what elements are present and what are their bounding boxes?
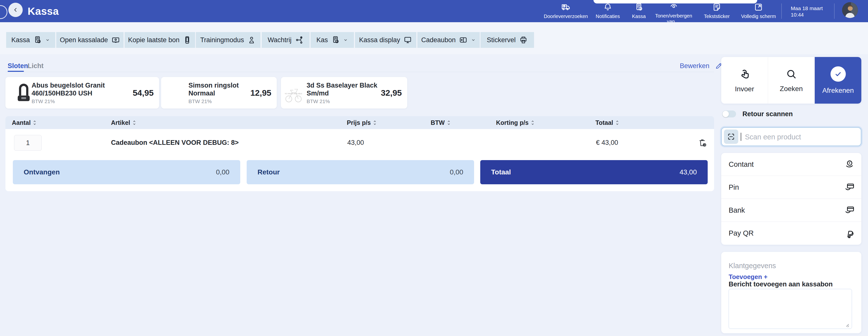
nav-label: Kassa <box>632 13 646 19</box>
svg-text:NO IMAGE AVAILABLE: NO IMAGE AVAILABLE <box>285 93 302 94</box>
tap-icon <box>738 68 751 80</box>
toolbar-button-label: Open kassalade <box>60 36 108 44</box>
scan-input[interactable] <box>744 128 861 146</box>
totals-bar: Ontvangen 0,00 Retour 0,00 Totaal 43,00 <box>5 160 714 184</box>
total-value: 43,00 <box>680 160 697 184</box>
chevron-down-icon <box>471 37 476 42</box>
received-value: 0,00 <box>216 160 230 184</box>
return-box: Retour 0,00 <box>247 160 474 184</box>
payment-pay-qr[interactable]: Pay QR <box>721 222 861 245</box>
chevron-left-icon <box>12 7 19 13</box>
column-header-korting[interactable]: Korting p/s <box>496 116 534 129</box>
tab-licht[interactable]: Licht <box>28 62 44 70</box>
product-card[interactable]: NO IMAGE AVAILABLE 3d Ss Baselayer Black… <box>281 77 407 109</box>
toolbar-button-cadeaubon[interactable]: Cadeaubon <box>417 32 480 48</box>
page-title: Kassa <box>28 5 59 17</box>
checkout-mode-tabs: Invoer Zoeken Afrekenen <box>721 57 861 103</box>
bell-icon <box>603 2 613 12</box>
tab-label: Invoer <box>735 85 754 93</box>
column-header-btw[interactable]: BTW <box>431 116 451 129</box>
toolbar-button-stickervel[interactable]: Stickervel <box>480 32 534 48</box>
delete-row-button[interactable] <box>698 138 707 148</box>
sort-icon <box>33 119 36 126</box>
column-header-artikel[interactable]: Artikel <box>111 116 136 129</box>
toolbar-button-kassa[interactable]: Kassa <box>6 32 55 48</box>
pos-terminal-icon <box>33 35 42 44</box>
nav-kassa[interactable]: Kassa <box>625 2 652 19</box>
partial-circle-decoration <box>0 5 7 19</box>
nav-notificaties[interactable]: Notificaties <box>589 2 626 19</box>
scan-product-field <box>721 127 861 146</box>
tab-invoer[interactable]: Invoer <box>721 57 768 103</box>
paypal-icon <box>844 228 855 239</box>
toolbar-button-kas[interactable]: Kas <box>311 32 354 48</box>
toolbar: Kassa Open kassalade Kopie laatste bon T… <box>0 22 868 54</box>
toolbar-button-open-kassalade[interactable]: Open kassalade <box>56 32 124 48</box>
product-card[interactable]: Abus beugelslot Granit 460/150HB230 USH … <box>5 77 159 109</box>
search-icon <box>785 68 797 80</box>
customer-title: Klantgegevens <box>728 262 776 270</box>
nav-volledig-scherm[interactable]: Volledig scherm <box>738 2 779 19</box>
order-table-body: 1 Cadeaubon <ALLEEN VOOR DEBUG: 8> 43,00… <box>5 129 714 191</box>
order-table-header: Aantal Artikel Prijs p/s BTW Korting p/s… <box>5 116 714 129</box>
product-name: Abus beugelslot Granit 460/150HB230 USH <box>32 82 130 97</box>
toolbar-button-kassa-display[interactable]: Kassa display <box>355 32 416 48</box>
receipt-phone-icon <box>183 35 192 44</box>
edit-button[interactable]: Bewerken <box>680 62 723 70</box>
add-customer-link[interactable]: Toevoegen + <box>728 273 768 281</box>
text-caret <box>741 133 741 141</box>
cash-coin-icon <box>844 159 855 170</box>
avatar[interactable] <box>842 2 858 18</box>
payment-bank[interactable]: Bank <box>721 199 861 222</box>
receipt-message-textarea[interactable] <box>728 289 852 329</box>
gift-card-icon <box>459 35 468 44</box>
toolbar-button-kopie-laatste-bon[interactable]: Kopie laatste bon <box>125 32 195 48</box>
received-label: Ontvangen <box>24 160 60 184</box>
payment-label: Pin <box>728 183 739 191</box>
column-header-totaal[interactable]: Totaal <box>595 116 619 129</box>
product-price: 54,95 <box>133 77 154 109</box>
column-header-aantal[interactable]: Aantal <box>12 116 36 129</box>
datetime-display: Maa 18 maart 10:44 <box>791 5 823 18</box>
quantity-input[interactable]: 1 <box>14 135 42 151</box>
toolbar-button-label: Cadeaubon <box>421 36 456 44</box>
eye-icon <box>669 1 679 11</box>
tab-zoeken[interactable]: Zoeken <box>768 57 815 103</box>
total-cell: € 43,00 <box>596 129 618 156</box>
column-header-prijs[interactable]: Prijs p/s <box>347 116 377 129</box>
product-image-placeholder: NO IMAGE AVAILABLE <box>284 81 303 105</box>
toolbar-button-label: Trainingmodus <box>200 36 244 44</box>
monitor-icon <box>403 35 412 44</box>
pos-terminal-icon <box>634 2 644 12</box>
back-button[interactable] <box>8 3 23 17</box>
product-price: 32,95 <box>381 77 402 109</box>
product-card[interactable]: Simson ringslot Normaal BTW 21% 12,95 <box>161 77 277 109</box>
nav-label: Tekststicker <box>704 13 730 19</box>
toolbar-button-label: Kopie laatste bon <box>128 36 180 44</box>
toolbar-button-trainingmodus[interactable]: Trainingmodus <box>196 32 260 48</box>
card-hand-icon <box>844 205 855 215</box>
payment-contant[interactable]: Contant <box>721 153 861 176</box>
header-divider <box>781 3 782 19</box>
person-icon <box>247 35 256 44</box>
cash-drawer-icon <box>111 35 120 44</box>
top-bar: Kassa Doorleververzoeken Notificaties Ka… <box>0 0 868 22</box>
tab-sloten[interactable]: Sloten <box>8 62 28 70</box>
tabs-divider-line <box>5 72 714 72</box>
nav-label: Notificaties <box>596 13 620 19</box>
sort-icon <box>447 119 451 126</box>
toolbar-button-label: Wachtrij <box>268 36 291 44</box>
card-hand-icon <box>844 182 855 192</box>
return-scan-label: Retour scannen <box>742 111 793 117</box>
nav-tekststicker[interactable]: Tekststicker <box>697 2 737 19</box>
toolbar-button-wachtrij[interactable]: Wachtrij <box>262 32 310 48</box>
nav-tonen-verbergen[interactable]: Tonen/verbergen van ... <box>651 1 696 24</box>
payment-methods: Contant Pin Bank Pay QR <box>721 153 861 245</box>
sort-icon <box>615 119 619 126</box>
payment-pin[interactable]: Pin <box>721 176 861 199</box>
nav-doorleververzoeken[interactable]: Doorleververzoeken <box>541 2 590 19</box>
queue-icon <box>295 35 304 44</box>
tab-afrekenen[interactable]: Afrekenen <box>815 57 861 103</box>
toolbar-button-label: Kassa <box>11 36 30 44</box>
return-scan-toggle[interactable] <box>722 111 736 117</box>
